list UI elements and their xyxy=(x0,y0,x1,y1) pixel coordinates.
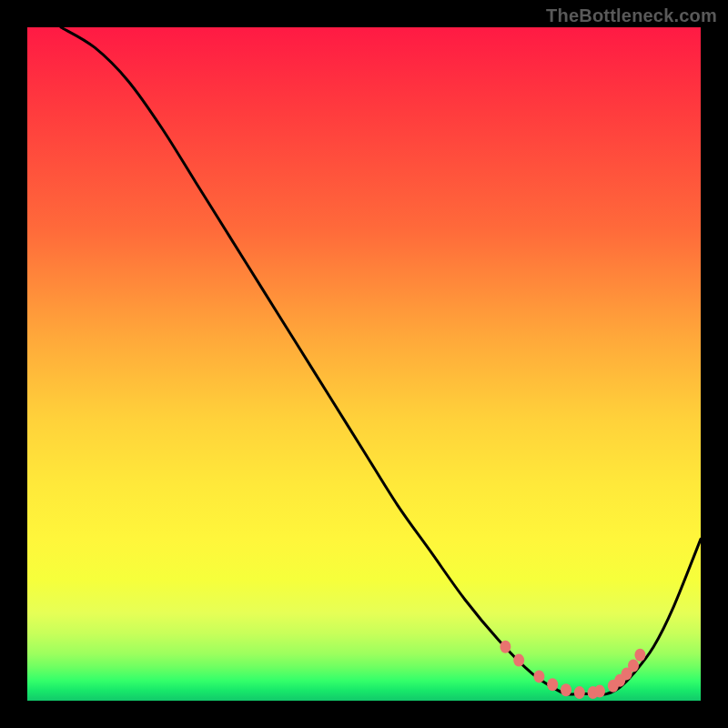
bottleneck-curve xyxy=(61,27,701,694)
optimum-dot xyxy=(561,683,571,696)
optimum-dot xyxy=(533,670,544,682)
watermark-text: TheBottleneck.com xyxy=(546,5,717,26)
optimum-dots xyxy=(500,641,645,699)
optimum-dot xyxy=(628,660,639,672)
curve-layer xyxy=(27,27,701,701)
optimum-dot xyxy=(500,641,511,653)
optimum-dot xyxy=(513,654,524,667)
optimum-dot xyxy=(634,649,645,662)
optimum-dot xyxy=(594,685,605,698)
optimum-dot xyxy=(574,686,585,699)
plot-area xyxy=(27,27,701,701)
chart-frame: TheBottleneck.com xyxy=(0,0,728,728)
optimum-dot xyxy=(547,678,558,691)
